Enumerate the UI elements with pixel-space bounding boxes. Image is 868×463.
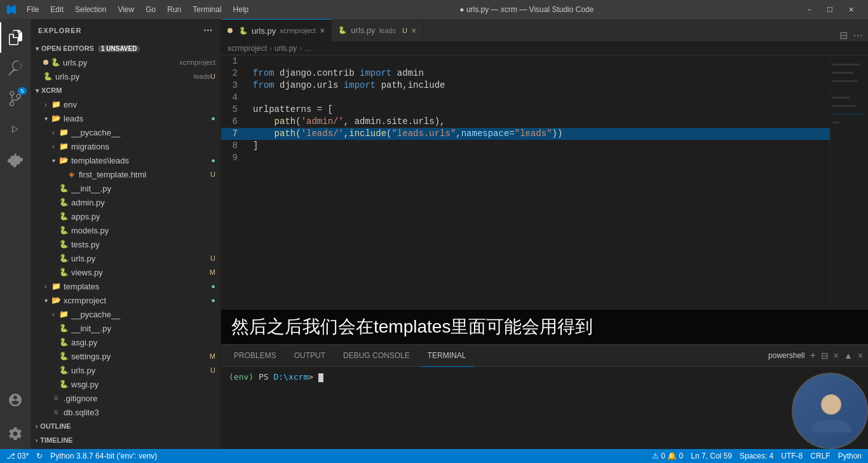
outline-section[interactable]: › OUTLINE: [31, 419, 220, 433]
views-py[interactable]: › 🐍 views.py M: [31, 265, 220, 279]
apps-py[interactable]: › 🐍 apps.py: [31, 209, 220, 223]
split-editor-icon[interactable]: ⊟: [839, 29, 848, 41]
status-bar: ⎇ 03* ↻ Python 3.8.7 64-bit ('env': venv…: [0, 449, 868, 463]
xcrmproject-folder[interactable]: ▾ 📂 xcrmproject ●: [31, 293, 220, 307]
env-folder[interactable]: › 📁 env: [31, 97, 220, 111]
tests-py[interactable]: › 🐍 tests.py: [31, 237, 220, 251]
extensions-activity-icon[interactable]: [0, 144, 31, 175]
menu-view[interactable]: View: [112, 4, 139, 15]
first-template-file[interactable]: › ◈ first_template.html U: [31, 167, 220, 181]
minimize-button[interactable]: −: [800, 0, 819, 19]
source-control-activity-icon[interactable]: 5: [0, 83, 31, 114]
urls-py-leads[interactable]: › 🐍 urls.py U: [31, 251, 220, 265]
settings-activity-icon[interactable]: [0, 418, 31, 449]
status-encoding[interactable]: UTF-8: [781, 452, 803, 460]
svg-point-1: [822, 396, 841, 414]
admin-py[interactable]: › 🐍 admin.py: [31, 195, 220, 209]
line-num-4: 4: [221, 92, 248, 104]
status-spaces[interactable]: Spaces: 4: [740, 452, 773, 460]
breadcrumb-file[interactable]: urls.py: [275, 44, 297, 53]
maximize-button[interactable]: ☐: [819, 0, 841, 19]
menu-edit[interactable]: Edit: [45, 4, 69, 15]
open-editor-file-2[interactable]: 🐍 urls.py leads U: [31, 69, 220, 83]
folder-icon: 📁: [51, 100, 61, 109]
views-indicator: M: [210, 268, 220, 276]
menu-terminal[interactable]: Terminal: [187, 4, 226, 15]
new-file-icon[interactable]: ⋯: [203, 25, 213, 36]
status-eol[interactable]: CRLF: [810, 452, 830, 460]
status-position[interactable]: Ln 7, Col 59: [691, 452, 732, 460]
status-branch[interactable]: ⎇ 03*: [6, 452, 29, 460]
pycache-folder-2[interactable]: › 📁 __pycache__: [31, 307, 220, 321]
more-actions-icon[interactable]: ⋯: [853, 29, 863, 41]
line-num-3: 3: [221, 79, 248, 92]
init-py-1[interactable]: › 🐍 __init__.py: [31, 181, 220, 195]
templates-folder[interactable]: › 📁 templates ●: [31, 279, 220, 293]
account-activity-icon[interactable]: [0, 385, 31, 415]
outline-arrow: ›: [36, 423, 37, 430]
menu-go[interactable]: Go: [140, 4, 161, 15]
init-py-2[interactable]: › 🐍 __init__.py: [31, 321, 220, 335]
leads-folder[interactable]: ▾ 📂 leads ●: [31, 111, 220, 125]
split-terminal-icon[interactable]: ⊟: [821, 350, 829, 361]
urls-py-xcrm[interactable]: › 🐍 urls.py U: [31, 363, 220, 377]
status-errors[interactable]: ⚠ 0 🔔 0: [652, 452, 683, 460]
menu-help[interactable]: Help: [228, 4, 254, 15]
migrations-folder[interactable]: › 📁 migrations: [31, 139, 220, 153]
code-editor[interactable]: 1 2 from django.contrib import admin 3: [221, 55, 830, 310]
tab-close-1[interactable]: ×: [320, 25, 325, 36]
menu-selection[interactable]: Selection: [70, 4, 111, 15]
panel-tab-output[interactable]: OUTPUT: [287, 345, 333, 367]
db-file[interactable]: › ≡ db.sqlite3: [31, 405, 220, 419]
terminal-content[interactable]: (env) PS D:\xcrm>: [221, 367, 868, 449]
open-editors-section[interactable]: ▾ OPEN EDITORS 1 UNSAVED: [31, 41, 220, 55]
tab-urls-xcrm[interactable]: 🐍 urls.py xcrmproject ×: [221, 19, 332, 41]
status-sync[interactable]: ↻: [36, 452, 43, 460]
panel-tab-terminal[interactable]: TERMINAL: [420, 345, 474, 367]
kill-terminal-icon[interactable]: ×: [834, 350, 839, 361]
title-bar-menu[interactable]: File Edit Selection View Go Run Terminal…: [22, 4, 254, 15]
asgi-py[interactable]: › 🐍 asgi.py: [31, 335, 220, 349]
xcrm-section[interactable]: ▾ XCRM: [31, 83, 220, 97]
open-editors-badge: 1 UNSAVED: [98, 45, 140, 52]
new-terminal-icon[interactable]: +: [810, 350, 815, 361]
menu-run[interactable]: Run: [162, 4, 186, 15]
gitignore-file[interactable]: › ≡ .gitignore: [31, 391, 220, 405]
py-icon-12: 🐍: [58, 380, 69, 389]
maximize-panel-icon[interactable]: ▲: [844, 350, 853, 361]
xcrm-label: XCRM: [41, 86, 62, 94]
open-editors-label: OPEN EDITORS: [41, 45, 94, 52]
urls-leads-indicator: U: [210, 254, 220, 262]
close-panel-icon[interactable]: ×: [858, 350, 863, 361]
search-activity-icon[interactable]: [0, 53, 31, 83]
pycache-folder-1[interactable]: › 📁 __pycache__: [31, 125, 220, 139]
folder-icon-3: 📁: [58, 142, 69, 151]
status-python[interactable]: Python 3.8.7 64-bit ('env': venv): [50, 452, 157, 460]
py-icon-9: 🐍: [58, 338, 69, 347]
settings-indicator: M: [210, 352, 220, 360]
pycache-arrow-1: ›: [48, 129, 58, 136]
panel-tab-problems[interactable]: PROBLEMS: [226, 345, 284, 367]
open-editor-file-1[interactable]: 🐍 urls.py xcrmproject: [31, 55, 220, 69]
timeline-section[interactable]: › TIMELINE: [31, 433, 220, 447]
explorer-activity-icon[interactable]: [0, 22, 31, 53]
py-icon-5: 🐍: [58, 240, 69, 249]
settings-py[interactable]: › 🐍 settings.py M: [31, 349, 220, 363]
tab-close-2[interactable]: ×: [411, 25, 416, 36]
templates-leads-folder[interactable]: ▾ 📂 templates\leads ●: [31, 153, 220, 167]
sidebar-header-icons[interactable]: ⋯: [203, 25, 213, 36]
panel-tab-debug[interactable]: DEBUG CONSOLE: [336, 345, 417, 367]
status-language[interactable]: Python: [838, 452, 862, 460]
close-button[interactable]: ✕: [841, 0, 862, 19]
models-py[interactable]: › 🐍 models.py: [31, 223, 220, 237]
env-label: env: [64, 100, 220, 109]
wsgi-py[interactable]: › 🐍 wsgi.py: [31, 377, 220, 391]
status-bar-right: ⚠ 0 🔔 0 Ln 7, Col 59 Spaces: 4 UTF-8 CRL…: [652, 452, 862, 460]
breadcrumb-ellipsis[interactable]: ...: [304, 44, 311, 53]
run-activity-icon[interactable]: [0, 114, 31, 144]
breadcrumb-xcrm[interactable]: xcrmproject: [227, 44, 267, 53]
menu-file[interactable]: File: [22, 4, 44, 15]
tab-urls-leads[interactable]: 🐍 urls.py leads U ×: [332, 19, 423, 41]
tab-bar: 🐍 urls.py xcrmproject × 🐍 urls.py leads …: [221, 19, 868, 41]
title-bar-controls[interactable]: − ☐ ✕: [800, 0, 862, 19]
